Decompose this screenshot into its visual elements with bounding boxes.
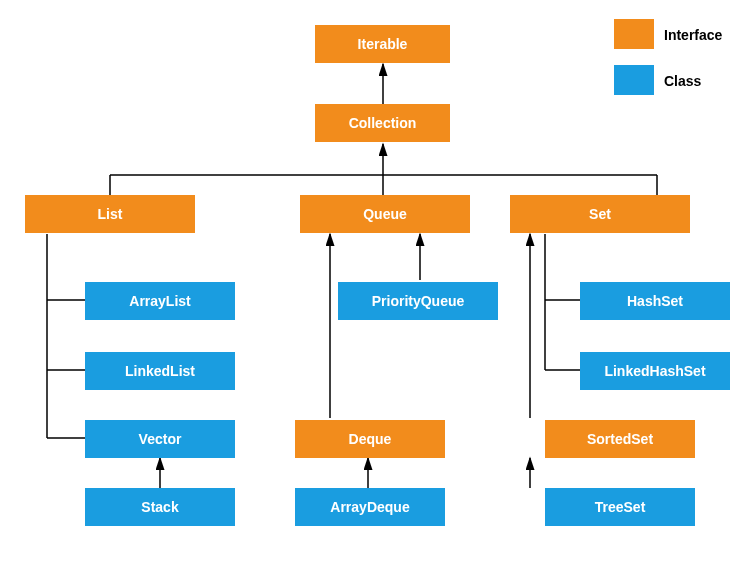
node-linkedhashset: LinkedHashSet bbox=[580, 352, 730, 390]
node-deque: Deque bbox=[295, 420, 445, 458]
legend-class-swatch bbox=[614, 65, 654, 95]
node-linkedlist: LinkedList bbox=[85, 352, 235, 390]
legend-interface-swatch bbox=[614, 19, 654, 49]
node-queue: Queue bbox=[300, 195, 470, 233]
node-list: List bbox=[25, 195, 195, 233]
node-iterable: Iterable bbox=[315, 25, 450, 63]
node-treeset: TreeSet bbox=[545, 488, 695, 526]
node-collection: Collection bbox=[315, 104, 450, 142]
legend-class-label: Class bbox=[664, 73, 701, 89]
node-sortedset: SortedSet bbox=[545, 420, 695, 458]
legend-interface-label: Interface bbox=[664, 27, 722, 43]
node-vector: Vector bbox=[85, 420, 235, 458]
node-priorityqueue: PriorityQueue bbox=[338, 282, 498, 320]
node-arraydeque: ArrayDeque bbox=[295, 488, 445, 526]
node-hashset: HashSet bbox=[580, 282, 730, 320]
node-stack: Stack bbox=[85, 488, 235, 526]
node-set: Set bbox=[510, 195, 690, 233]
node-arraylist: ArrayList bbox=[85, 282, 235, 320]
